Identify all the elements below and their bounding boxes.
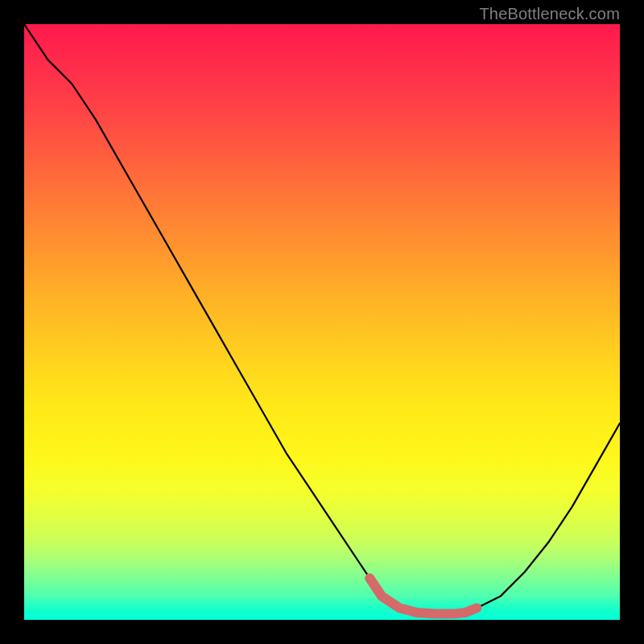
watermark-text: TheBottleneck.com <box>479 5 620 23</box>
sweet-spot-highlight <box>369 578 477 613</box>
bottleneck-curve <box>24 24 620 614</box>
curve-layer <box>24 24 620 620</box>
chart-frame: TheBottleneck.com <box>0 0 644 644</box>
plot-area <box>24 24 620 620</box>
